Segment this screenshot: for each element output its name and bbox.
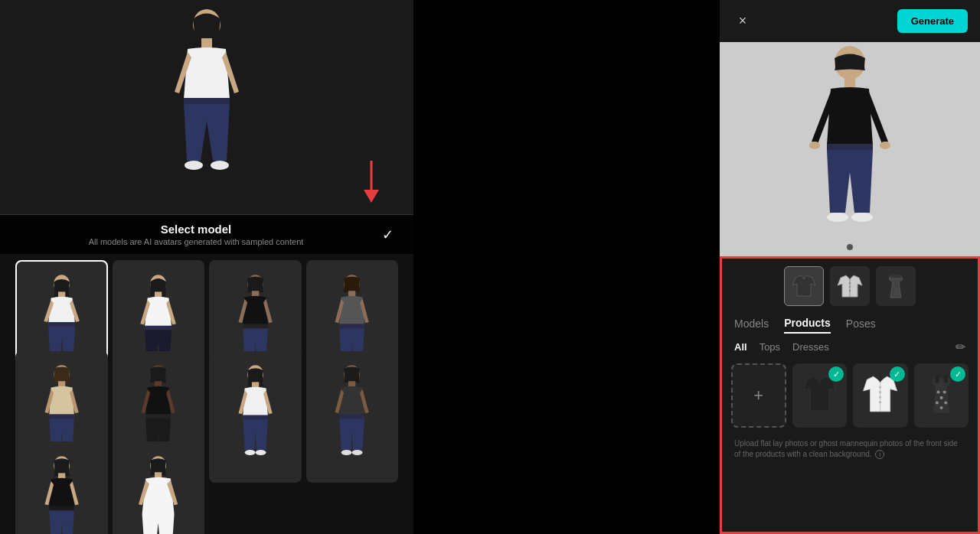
svg-point-78 xyxy=(935,402,938,405)
svg-marker-6 xyxy=(364,190,379,203)
clothing-thumbnails-row xyxy=(722,259,978,311)
slide-indicator xyxy=(847,244,853,250)
svg-rect-2 xyxy=(184,98,230,104)
select-model-subtitle: All models are AI avatars generated with… xyxy=(15,237,377,246)
svg-rect-67 xyxy=(890,275,901,278)
svg-rect-73 xyxy=(935,376,939,383)
info-icon[interactable]: i xyxy=(875,450,884,459)
svg-point-79 xyxy=(944,402,947,405)
svg-point-62 xyxy=(851,213,873,222)
svg-point-72 xyxy=(879,401,881,403)
svg-rect-39 xyxy=(243,415,268,420)
svg-point-71 xyxy=(879,396,881,399)
svg-point-70 xyxy=(879,391,881,393)
filter-dresses[interactable]: Dresses xyxy=(792,341,829,353)
cloth-thumb-shirt[interactable] xyxy=(830,266,870,306)
tab-products[interactable]: Products xyxy=(784,314,831,334)
svg-rect-44 xyxy=(339,415,364,419)
svg-rect-34 xyxy=(145,415,171,419)
svg-rect-24 xyxy=(339,324,364,328)
svg-rect-57 xyxy=(844,78,855,89)
tabs-row: Models Products Poses xyxy=(722,311,978,337)
svg-rect-9 xyxy=(48,322,75,327)
svg-point-80 xyxy=(939,406,942,409)
svg-point-4 xyxy=(211,161,229,170)
svg-point-45 xyxy=(341,450,352,455)
add-product-button[interactable]: + xyxy=(731,363,786,428)
add-icon: + xyxy=(753,386,763,405)
model-thumb-9[interactable] xyxy=(15,441,108,534)
close-button[interactable]: × xyxy=(732,11,753,32)
main-model-figure xyxy=(119,4,295,210)
svg-rect-74 xyxy=(944,376,948,383)
svg-point-58 xyxy=(809,142,820,149)
product-item-3[interactable]: ✓ xyxy=(914,363,969,428)
svg-rect-49 xyxy=(49,506,74,511)
svg-point-65 xyxy=(849,286,851,288)
svg-rect-29 xyxy=(49,415,74,419)
svg-point-40 xyxy=(244,450,255,455)
product-item-1[interactable]: ✓ xyxy=(792,363,848,428)
tab-poses[interactable]: Poses xyxy=(846,314,876,333)
svg-point-41 xyxy=(255,450,266,455)
model-thumb-8[interactable] xyxy=(306,351,399,483)
svg-rect-14 xyxy=(145,325,172,330)
product-check-2: ✓ xyxy=(890,366,905,382)
svg-point-46 xyxy=(352,450,363,455)
cloth-thumb-tshirt[interactable] xyxy=(784,266,824,306)
generate-button[interactable]: Generate xyxy=(897,9,968,33)
filter-tops[interactable]: Tops xyxy=(760,341,780,353)
products-grid: + ✓ ✓ xyxy=(722,359,978,432)
select-model-text: Select model All models are AI avatars g… xyxy=(15,223,377,246)
svg-point-64 xyxy=(849,282,851,284)
model-grid xyxy=(0,254,413,534)
product-check-1: ✓ xyxy=(828,366,844,382)
model-preview-area xyxy=(0,0,413,214)
model-thumb-7[interactable] xyxy=(209,351,302,483)
upload-hint: Upload flat lay photos or ghost mannequi… xyxy=(722,432,978,463)
man-preview-area xyxy=(720,42,980,256)
svg-rect-60 xyxy=(827,144,873,150)
cloth-thumb-dress[interactable] xyxy=(876,266,916,306)
select-model-header: Select model All models are AI avatars g… xyxy=(0,214,413,254)
svg-rect-19 xyxy=(243,324,268,328)
products-panel: Models Products Poses All Tops Dresses ✏… xyxy=(720,256,980,534)
confirm-selection-button[interactable]: ✓ xyxy=(377,224,398,246)
select-model-title: Select model xyxy=(15,223,377,236)
svg-point-3 xyxy=(185,161,203,170)
right-panel: × Generate xyxy=(720,0,980,534)
down-arrow-icon xyxy=(360,161,383,207)
svg-point-77 xyxy=(939,396,942,399)
svg-point-61 xyxy=(827,213,848,222)
tab-models[interactable]: Models xyxy=(734,314,769,333)
left-panel: Select model All models are AI avatars g… xyxy=(0,0,413,534)
edit-icon[interactable]: ✏ xyxy=(956,340,965,354)
svg-point-76 xyxy=(942,391,946,394)
svg-point-59 xyxy=(880,142,890,149)
product-check-3: ✓ xyxy=(950,366,965,382)
svg-point-66 xyxy=(849,290,851,291)
svg-point-69 xyxy=(879,386,881,389)
filter-row: All Tops Dresses ✏ xyxy=(722,337,978,359)
right-header: × Generate xyxy=(720,0,980,42)
upload-hint-text: Upload flat lay photos or ghost mannequi… xyxy=(734,439,958,458)
filter-all[interactable]: All xyxy=(734,341,747,353)
model-thumb-10[interactable] xyxy=(113,441,205,534)
svg-point-75 xyxy=(936,391,939,394)
product-item-2[interactable]: ✓ xyxy=(853,363,908,428)
svg-rect-1 xyxy=(201,38,212,49)
